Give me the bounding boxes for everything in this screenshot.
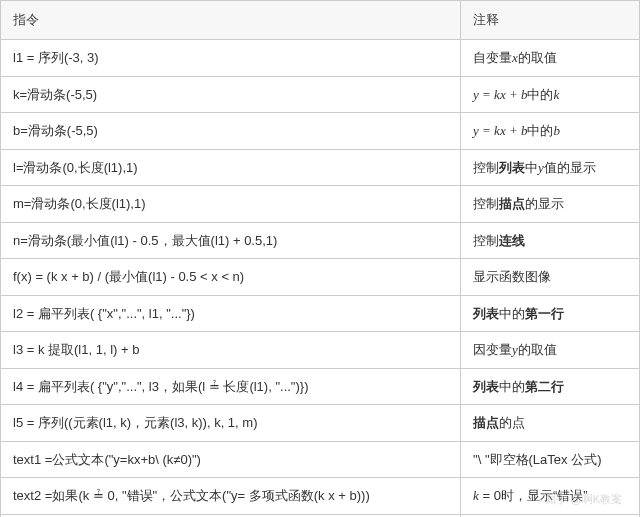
table-row: m=滑动条(0,长度(l1),1)控制描点的显示 xyxy=(1,186,640,223)
cell-note: 控制连线 xyxy=(461,222,640,259)
cell-cmd: l4 = 扁平列表( {"y","...", l3，如果(l ≟ 长度(l1),… xyxy=(1,368,461,405)
cell-cmd: l2 = 扁平列表( {"x","...", l1, "..."}) xyxy=(1,295,461,332)
table-row: l1 = 序列(-3, 3)自变量x的取值 xyxy=(1,40,640,77)
table-row: n=滑动条(最小值(l1) - 0.5，最大值(l1) + 0.5,1)控制连线 xyxy=(1,222,640,259)
cell-note: "\ "即空格(LaTex 公式) xyxy=(461,441,640,478)
cell-cmd: k=滑动条(-5,5) xyxy=(1,76,461,113)
cell-note: 控制列表中y值的显示 xyxy=(461,149,640,186)
cell-cmd: text1 =公式文本("y=kx+b\ (k≠0)") xyxy=(1,441,461,478)
table-header-row: 指令 注释 xyxy=(1,1,640,40)
header-cmd: 指令 xyxy=(1,1,461,40)
table-row: l2 = 扁平列表( {"x","...", l1, "..."})列表中的第一… xyxy=(1,295,640,332)
cell-note: 列表中的第一行 xyxy=(461,295,640,332)
cell-cmd: text2 =如果(k ≟ 0, "错误"，公式文本("y= 多项式函数(k x… xyxy=(1,478,461,515)
cell-cmd: l1 = 序列(-3, 3) xyxy=(1,40,461,77)
cell-note: y = kx + b中的b xyxy=(461,113,640,150)
cell-note: 列表中的第二行 xyxy=(461,368,640,405)
table-row: l5 = 序列((元素(l1, k)，元素(l3, k)), k, 1, m)描… xyxy=(1,405,640,442)
cell-note: y = kx + b中的k xyxy=(461,76,640,113)
cell-note: 自变量x的取值 xyxy=(461,40,640,77)
table-row: text1 =公式文本("y=kx+b\ (k≠0)")"\ "即空格(LaTe… xyxy=(1,441,640,478)
table-row: l=滑动条(0,长度(l1),1)控制列表中y值的显示 xyxy=(1,149,640,186)
cell-cmd: l5 = 序列((元素(l1, k)，元素(l3, k)), k, 1, m) xyxy=(1,405,461,442)
table-row: b=滑动条(-5,5)y = kx + b中的b xyxy=(1,113,640,150)
table-row: l3 = k 提取(l1, 1, l) + b因变量y的取值 xyxy=(1,332,640,369)
cell-note: 因变量y的取值 xyxy=(461,332,640,369)
header-note: 注释 xyxy=(461,1,640,40)
table-row: k=滑动条(-5,5)y = kx + b中的k xyxy=(1,76,640,113)
cell-cmd: l3 = k 提取(l1, 1, l) + b xyxy=(1,332,461,369)
table-row: f(x) = (k x + b) / (最小值(l1) - 0.5 < x < … xyxy=(1,259,640,296)
cell-cmd: f(x) = (k x + b) / (最小值(l1) - 0.5 < x < … xyxy=(1,259,461,296)
cell-cmd: l=滑动条(0,长度(l1),1) xyxy=(1,149,461,186)
cell-cmd: b=滑动条(-5,5) xyxy=(1,113,461,150)
cell-cmd: m=滑动条(0,长度(l1),1) xyxy=(1,186,461,223)
cell-note: k = 0时，显示“错误” xyxy=(461,478,640,515)
table-row: text2 =如果(k ≟ 0, "错误"，公式文本("y= 多项式函数(k x… xyxy=(1,478,640,515)
command-table: 指令 注释 l1 = 序列(-3, 3)自变量x的取值k=滑动条(-5,5)y … xyxy=(0,0,640,517)
table-body: l1 = 序列(-3, 3)自变量x的取值k=滑动条(-5,5)y = kx +… xyxy=(1,40,640,518)
cell-note: 描点的点 xyxy=(461,405,640,442)
cell-note: 显示函数图像 xyxy=(461,259,640,296)
table-row: l4 = 扁平列表( {"y","...", l3，如果(l ≟ 长度(l1),… xyxy=(1,368,640,405)
cell-note: 控制描点的显示 xyxy=(461,186,640,223)
cell-cmd: n=滑动条(最小值(l1) - 0.5，最大值(l1) + 0.5,1) xyxy=(1,222,461,259)
